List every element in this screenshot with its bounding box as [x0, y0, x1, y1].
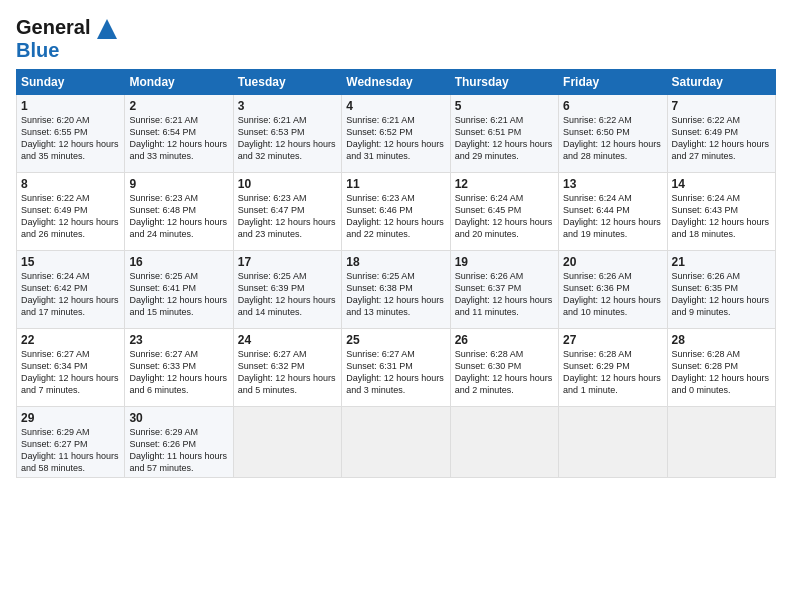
calendar-day-header: Wednesday	[342, 69, 450, 94]
day-number: 26	[455, 333, 554, 347]
day-number: 1	[21, 99, 120, 113]
day-number: 9	[129, 177, 228, 191]
calendar-header-row: SundayMondayTuesdayWednesdayThursdayFrid…	[17, 69, 776, 94]
cell-sunrise: Sunrise: 6:27 AMSunset: 6:31 PMDaylight:…	[346, 349, 444, 395]
cell-sunrise: Sunrise: 6:25 AMSunset: 6:41 PMDaylight:…	[129, 271, 227, 317]
cell-sunrise: Sunrise: 6:24 AMSunset: 6:43 PMDaylight:…	[672, 193, 770, 239]
calendar-cell	[559, 406, 667, 478]
cell-sunrise: Sunrise: 6:25 AMSunset: 6:38 PMDaylight:…	[346, 271, 444, 317]
calendar-cell: 19Sunrise: 6:26 AMSunset: 6:37 PMDayligh…	[450, 250, 558, 328]
day-number: 14	[672, 177, 771, 191]
calendar-cell: 26Sunrise: 6:28 AMSunset: 6:30 PMDayligh…	[450, 328, 558, 406]
calendar-cell	[450, 406, 558, 478]
cell-sunrise: Sunrise: 6:25 AMSunset: 6:39 PMDaylight:…	[238, 271, 336, 317]
logo-icon	[97, 19, 117, 39]
cell-sunrise: Sunrise: 6:27 AMSunset: 6:32 PMDaylight:…	[238, 349, 336, 395]
calendar-cell: 27Sunrise: 6:28 AMSunset: 6:29 PMDayligh…	[559, 328, 667, 406]
calendar-week-row: 1Sunrise: 6:20 AMSunset: 6:55 PMDaylight…	[17, 94, 776, 172]
cell-sunrise: Sunrise: 6:20 AMSunset: 6:55 PMDaylight:…	[21, 115, 119, 161]
cell-sunrise: Sunrise: 6:28 AMSunset: 6:28 PMDaylight:…	[672, 349, 770, 395]
day-number: 10	[238, 177, 337, 191]
day-number: 24	[238, 333, 337, 347]
cell-sunrise: Sunrise: 6:23 AMSunset: 6:46 PMDaylight:…	[346, 193, 444, 239]
cell-sunrise: Sunrise: 6:22 AMSunset: 6:49 PMDaylight:…	[21, 193, 119, 239]
calendar-day-header: Friday	[559, 69, 667, 94]
calendar-cell: 17Sunrise: 6:25 AMSunset: 6:39 PMDayligh…	[233, 250, 341, 328]
calendar-week-row: 15Sunrise: 6:24 AMSunset: 6:42 PMDayligh…	[17, 250, 776, 328]
cell-sunrise: Sunrise: 6:24 AMSunset: 6:45 PMDaylight:…	[455, 193, 553, 239]
calendar-cell: 7Sunrise: 6:22 AMSunset: 6:49 PMDaylight…	[667, 94, 775, 172]
day-number: 19	[455, 255, 554, 269]
calendar-day-header: Sunday	[17, 69, 125, 94]
day-number: 5	[455, 99, 554, 113]
calendar-cell: 28Sunrise: 6:28 AMSunset: 6:28 PMDayligh…	[667, 328, 775, 406]
cell-sunrise: Sunrise: 6:21 AMSunset: 6:54 PMDaylight:…	[129, 115, 227, 161]
calendar-cell: 21Sunrise: 6:26 AMSunset: 6:35 PMDayligh…	[667, 250, 775, 328]
day-number: 28	[672, 333, 771, 347]
calendar-day-header: Thursday	[450, 69, 558, 94]
day-number: 7	[672, 99, 771, 113]
day-number: 17	[238, 255, 337, 269]
day-number: 8	[21, 177, 120, 191]
calendar-week-row: 8Sunrise: 6:22 AMSunset: 6:49 PMDaylight…	[17, 172, 776, 250]
calendar-week-row: 22Sunrise: 6:27 AMSunset: 6:34 PMDayligh…	[17, 328, 776, 406]
header: General Blue	[16, 16, 776, 61]
calendar-cell: 20Sunrise: 6:26 AMSunset: 6:36 PMDayligh…	[559, 250, 667, 328]
calendar-cell: 18Sunrise: 6:25 AMSunset: 6:38 PMDayligh…	[342, 250, 450, 328]
calendar-cell: 13Sunrise: 6:24 AMSunset: 6:44 PMDayligh…	[559, 172, 667, 250]
calendar-day-header: Monday	[125, 69, 233, 94]
cell-sunrise: Sunrise: 6:23 AMSunset: 6:48 PMDaylight:…	[129, 193, 227, 239]
cell-sunrise: Sunrise: 6:24 AMSunset: 6:42 PMDaylight:…	[21, 271, 119, 317]
calendar-cell: 29Sunrise: 6:29 AMSunset: 6:27 PMDayligh…	[17, 406, 125, 478]
cell-sunrise: Sunrise: 6:21 AMSunset: 6:53 PMDaylight:…	[238, 115, 336, 161]
calendar-cell: 22Sunrise: 6:27 AMSunset: 6:34 PMDayligh…	[17, 328, 125, 406]
day-number: 18	[346, 255, 445, 269]
cell-sunrise: Sunrise: 6:21 AMSunset: 6:51 PMDaylight:…	[455, 115, 553, 161]
day-number: 20	[563, 255, 662, 269]
calendar-cell: 5Sunrise: 6:21 AMSunset: 6:51 PMDaylight…	[450, 94, 558, 172]
day-number: 22	[21, 333, 120, 347]
calendar: SundayMondayTuesdayWednesdayThursdayFrid…	[16, 69, 776, 479]
logo-text-blue: Blue	[16, 39, 117, 61]
cell-sunrise: Sunrise: 6:21 AMSunset: 6:52 PMDaylight:…	[346, 115, 444, 161]
calendar-cell: 23Sunrise: 6:27 AMSunset: 6:33 PMDayligh…	[125, 328, 233, 406]
cell-sunrise: Sunrise: 6:27 AMSunset: 6:34 PMDaylight:…	[21, 349, 119, 395]
day-number: 30	[129, 411, 228, 425]
calendar-cell: 12Sunrise: 6:24 AMSunset: 6:45 PMDayligh…	[450, 172, 558, 250]
day-number: 15	[21, 255, 120, 269]
calendar-day-header: Tuesday	[233, 69, 341, 94]
calendar-cell	[667, 406, 775, 478]
calendar-cell: 15Sunrise: 6:24 AMSunset: 6:42 PMDayligh…	[17, 250, 125, 328]
calendar-cell: 3Sunrise: 6:21 AMSunset: 6:53 PMDaylight…	[233, 94, 341, 172]
day-number: 12	[455, 177, 554, 191]
day-number: 27	[563, 333, 662, 347]
cell-sunrise: Sunrise: 6:26 AMSunset: 6:37 PMDaylight:…	[455, 271, 553, 317]
day-number: 4	[346, 99, 445, 113]
day-number: 25	[346, 333, 445, 347]
calendar-cell: 10Sunrise: 6:23 AMSunset: 6:47 PMDayligh…	[233, 172, 341, 250]
calendar-cell: 25Sunrise: 6:27 AMSunset: 6:31 PMDayligh…	[342, 328, 450, 406]
cell-sunrise: Sunrise: 6:26 AMSunset: 6:36 PMDaylight:…	[563, 271, 661, 317]
day-number: 3	[238, 99, 337, 113]
cell-sunrise: Sunrise: 6:29 AMSunset: 6:26 PMDaylight:…	[129, 427, 227, 473]
calendar-cell	[233, 406, 341, 478]
calendar-cell: 8Sunrise: 6:22 AMSunset: 6:49 PMDaylight…	[17, 172, 125, 250]
cell-sunrise: Sunrise: 6:24 AMSunset: 6:44 PMDaylight:…	[563, 193, 661, 239]
logo-text-general: General	[16, 16, 90, 38]
cell-sunrise: Sunrise: 6:22 AMSunset: 6:50 PMDaylight:…	[563, 115, 661, 161]
day-number: 6	[563, 99, 662, 113]
calendar-cell: 24Sunrise: 6:27 AMSunset: 6:32 PMDayligh…	[233, 328, 341, 406]
page: General Blue SundayMondayTuesdayWednesda…	[0, 0, 792, 612]
calendar-cell: 14Sunrise: 6:24 AMSunset: 6:43 PMDayligh…	[667, 172, 775, 250]
calendar-cell: 4Sunrise: 6:21 AMSunset: 6:52 PMDaylight…	[342, 94, 450, 172]
calendar-cell	[342, 406, 450, 478]
day-number: 23	[129, 333, 228, 347]
cell-sunrise: Sunrise: 6:22 AMSunset: 6:49 PMDaylight:…	[672, 115, 770, 161]
day-number: 13	[563, 177, 662, 191]
cell-sunrise: Sunrise: 6:26 AMSunset: 6:35 PMDaylight:…	[672, 271, 770, 317]
cell-sunrise: Sunrise: 6:27 AMSunset: 6:33 PMDaylight:…	[129, 349, 227, 395]
calendar-cell: 6Sunrise: 6:22 AMSunset: 6:50 PMDaylight…	[559, 94, 667, 172]
day-number: 29	[21, 411, 120, 425]
calendar-cell: 1Sunrise: 6:20 AMSunset: 6:55 PMDaylight…	[17, 94, 125, 172]
svg-marker-0	[97, 19, 117, 39]
